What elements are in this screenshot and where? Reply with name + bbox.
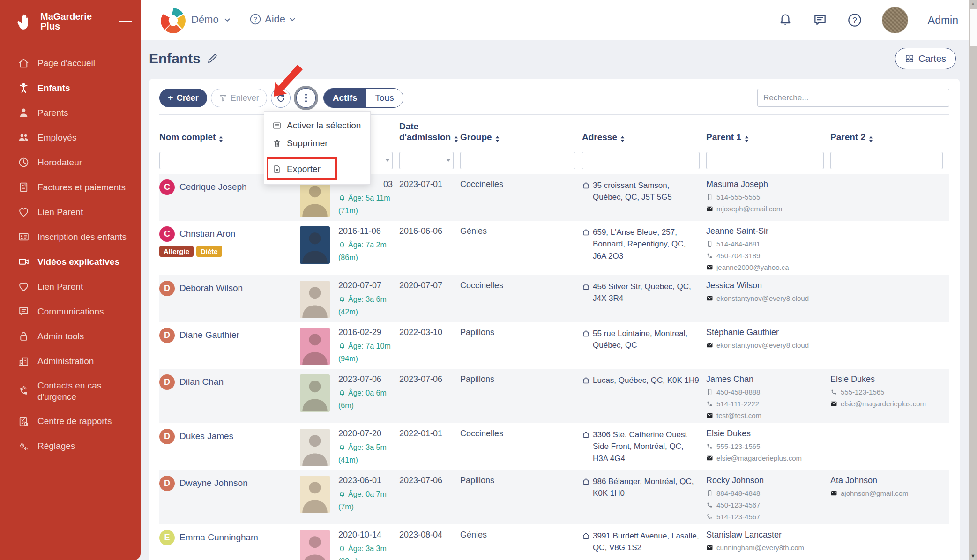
chevron-down-icon: [385, 159, 390, 162]
child-name-link[interactable]: Deborah Wilson: [179, 283, 243, 293]
home-small-icon: [582, 282, 590, 290]
column-header-sort-groupe[interactable]: Groupe: [460, 132, 500, 143]
scrollbar-thumb[interactable]: [970, 9, 977, 46]
sidebar-item-label: Vidéos explicatives: [37, 256, 119, 268]
sidebar-item-communications[interactable]: Communications: [0, 299, 141, 324]
table-row[interactable]: DDwayne Johnson2023-06-01Âge: 0a 7m(7m)2…: [159, 470, 949, 524]
address-text: 456 Silver Str, Québec, QC, J4X 3R4: [593, 281, 700, 305]
child-name-link[interactable]: Christian Aron: [179, 229, 235, 239]
sidebar-item-contacts-en-cas-durgence[interactable]: Contacts en cas d'urgence: [0, 373, 141, 409]
cell-date-de-naissance: 2020-07-07Âge: 3a 6m(42m): [338, 275, 399, 322]
messages-icon[interactable]: [813, 13, 828, 28]
table-row[interactable]: CChristian AronAllergieDiète2016-11-06Âg…: [159, 221, 949, 275]
menu-item-supprimer[interactable]: Supprimer: [264, 134, 370, 152]
scroll-up-arrow-icon[interactable]: ▲: [969, 1, 977, 6]
hamburger-menu-icon[interactable]: [118, 18, 132, 25]
column-header-sort-nom-complet[interactable]: Nom complet: [159, 132, 224, 143]
filter-input-parent-2[interactable]: [830, 152, 943, 169]
filter-group-date-dadmission: [399, 152, 454, 169]
child-name-link[interactable]: Dwayne Johnson: [179, 478, 248, 488]
search-input[interactable]: [757, 89, 949, 107]
sort-icon: [495, 135, 500, 142]
sidebar-item-page-daccueil[interactable]: Page d'accueil: [0, 51, 141, 75]
sidebar-item-employes[interactable]: Employés: [0, 125, 141, 150]
sidebar-item-admin-tools[interactable]: Admin tools: [0, 324, 141, 349]
child-name-link[interactable]: Emma Cunningham: [179, 532, 258, 543]
filter-input-date-dadmission[interactable]: [399, 152, 443, 169]
child-name-link[interactable]: Dukes James: [179, 431, 233, 441]
sidebar-item-enfants[interactable]: Enfants: [0, 75, 141, 100]
filter-input-adresse[interactable]: [582, 152, 700, 169]
table-row[interactable]: DDiane Gauthier2016-02-29Âge: 7a 10m(94m…: [159, 322, 949, 369]
vertical-scrollbar[interactable]: ▲ ▼: [969, 0, 977, 560]
sidebar-item-parents[interactable]: Parents: [0, 100, 141, 125]
notifications-bell-icon[interactable]: [778, 13, 793, 28]
sidebar-item-lien-parent[interactable]: Lien Parent: [0, 200, 141, 224]
address-text: 55 rue Lointaine, Montreal, Québec, QC: [593, 328, 700, 351]
sidebar-item-horodateur[interactable]: Horodateur: [0, 150, 141, 175]
tab-tous[interactable]: Tous: [366, 89, 403, 107]
column-header-sort-date-dadmission[interactable]: Date d'admission: [399, 121, 459, 143]
table-row[interactable]: DDeborah Wilson2020-07-07Âge: 3a 6m(42m)…: [159, 275, 949, 322]
child-identity: EEmma Cunningham: [159, 530, 293, 545]
table-row[interactable]: DDilan Chan2023-07-06Âge: 0a 6m(6m)2023-…: [159, 369, 949, 423]
table-row[interactable]: EEmma Cunningham2020-10-14Âge: 3a 3m(39m…: [159, 524, 949, 560]
help-label: Aide: [265, 13, 285, 25]
tab-actifs[interactable]: Actifs: [324, 89, 366, 107]
user-avatar[interactable]: [882, 7, 908, 33]
trash-icon: [272, 139, 282, 148]
cell-photo: [300, 221, 338, 275]
column-header-sort-parent-2[interactable]: Parent 2: [830, 132, 873, 143]
column-header-sort-adresse[interactable]: Adresse: [582, 132, 625, 143]
clock-icon: [18, 157, 30, 168]
edit-pencil-icon[interactable]: [206, 52, 218, 65]
remove-filter-button[interactable]: Enlever: [211, 89, 267, 107]
mobile-icon: [706, 240, 713, 247]
filter-dropdown-button-date-de-naissance[interactable]: [382, 152, 393, 169]
sidebar-item-centre-de-rapports[interactable]: Centre de rapports: [0, 409, 141, 434]
column-header-sort-parent-1[interactable]: Parent 1: [706, 132, 749, 143]
admission-date: 2023-07-06: [399, 476, 454, 485]
menu-item-exporter[interactable]: Exporter: [264, 160, 370, 178]
help-menu[interactable]: ? Aide: [249, 13, 296, 25]
column-header-groupe: Groupe: [460, 115, 582, 148]
child-photo: [300, 429, 330, 466]
org-switcher[interactable]: Démo: [160, 7, 231, 33]
sidebar-item-administration[interactable]: Administration: [0, 349, 141, 373]
phone-icon: [706, 501, 713, 508]
email-icon: [830, 490, 837, 497]
child-name-link[interactable]: Dilan Chan: [179, 377, 224, 387]
more-actions-kebab-button[interactable]: [296, 88, 316, 108]
sidebar-item-videos-explicatives[interactable]: Vidéos explicatives: [0, 249, 141, 274]
refresh-button[interactable]: [271, 88, 291, 108]
gears-icon: [18, 441, 30, 452]
parent-phone: 514-123-4567: [706, 513, 824, 521]
column-header-adresse: Adresse: [582, 115, 706, 148]
email-value: elsie@magarderieplus.com: [716, 454, 802, 462]
admission-date: 2022-03-10: [399, 328, 454, 337]
help-circle-icon: ?: [249, 13, 261, 25]
child-name-link[interactable]: Diane Gauthier: [179, 330, 239, 340]
filter-dropdown-button-date-dadmission[interactable]: [443, 152, 454, 169]
parent-email: test@test.com: [706, 411, 824, 419]
menu-item-activer-la-selection[interactable]: Activer la sélection: [264, 117, 370, 134]
table-row[interactable]: DDukes James2020-07-20Âge: 3a 5m(41m)202…: [159, 423, 949, 470]
bell-icon: [338, 491, 346, 498]
age-months: (94m): [338, 355, 393, 363]
sidebar-item-inscription-des-enfants[interactable]: Inscription des enfants: [0, 224, 141, 249]
age-value: Âge: 5a 11m: [348, 194, 390, 202]
sidebar-item-lien-parent-2[interactable]: Lien Parent: [0, 274, 141, 299]
sidebar-item-reglages[interactable]: Réglages: [0, 434, 141, 459]
filter-input-groupe[interactable]: [460, 152, 575, 169]
cards-view-button[interactable]: Cartes: [895, 48, 956, 69]
phone-icon: [706, 443, 713, 450]
sidebar-item-factures-et-paiements[interactable]: $Factures et paiements: [0, 175, 141, 200]
phone-value: 514-111-2222: [716, 400, 759, 408]
help-icon[interactable]: ?: [847, 13, 862, 28]
scroll-down-arrow-icon[interactable]: ▼: [969, 553, 977, 559]
user-name[interactable]: Admin: [928, 14, 958, 27]
plus-icon: +: [168, 93, 173, 104]
child-name-link[interactable]: Cedrique Joseph: [179, 182, 247, 192]
filter-input-parent-1[interactable]: [706, 152, 824, 169]
create-button[interactable]: + Créer: [159, 89, 207, 107]
